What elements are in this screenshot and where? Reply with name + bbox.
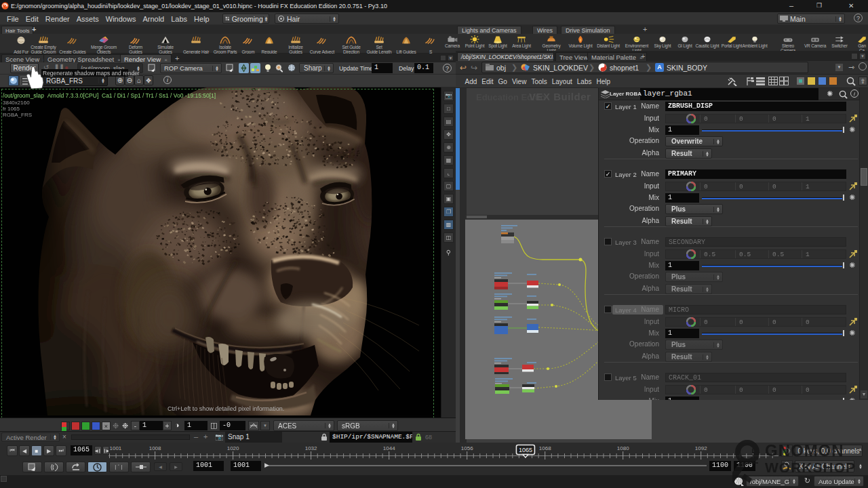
svg-text:1056: 1056 <box>461 445 473 451</box>
svg-text:1092: 1092 <box>695 445 707 451</box>
svg-text:1068: 1068 <box>539 445 551 451</box>
svg-text:1044: 1044 <box>383 445 395 451</box>
svg-text:1020: 1020 <box>227 445 239 451</box>
svg-text:1008: 1008 <box>149 445 161 451</box>
svg-text:1065: 1065 <box>519 447 532 453</box>
svg-text:1001: 1001 <box>110 445 122 451</box>
svg-text:1032: 1032 <box>305 445 317 451</box>
svg-text:1080: 1080 <box>617 445 629 451</box>
svg-text:GNOMON: GNOMON <box>765 441 844 460</box>
svg-text:WORKSHOP: WORKSHOP <box>765 460 856 475</box>
